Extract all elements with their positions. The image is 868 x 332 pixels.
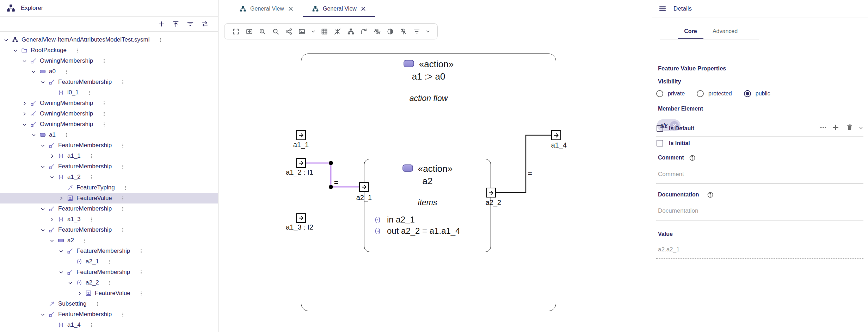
tree-item-featuremembership[interactable]: FeatureMembership: [0, 246, 218, 256]
synchronize-selection-button[interactable]: [201, 20, 209, 28]
chevron-right-icon[interactable]: [20, 109, 29, 118]
member-element-more-button[interactable]: [819, 124, 827, 131]
item-menu-kebab-icon[interactable]: [101, 101, 107, 106]
fit-to-screen-button[interactable]: [242, 24, 256, 38]
details-tab-core[interactable]: Core: [678, 23, 703, 39]
radio-private[interactable]: [656, 90, 663, 97]
item-menu-kebab-icon[interactable]: [88, 322, 95, 328]
chevron-right-icon[interactable]: [75, 289, 84, 298]
tree-item-featuremembership[interactable]: FeatureMembership: [0, 77, 218, 87]
tree-item-generalview-itemandattributesmodeltest-sysml[interactable]: GeneralView-ItemAndAttributesModelTest.s…: [0, 35, 218, 45]
tree-item-featurevalue[interactable]: FeatureValue: [0, 193, 218, 203]
diagram-canvas[interactable]: «action» a1 :> a0 action flow «action» a…: [219, 0, 652, 332]
port-a1_4[interactable]: [551, 130, 561, 140]
snap-to-grid-button[interactable]: [331, 24, 344, 38]
chevron-down-icon[interactable]: [38, 162, 47, 171]
item-menu-kebab-icon[interactable]: [157, 37, 164, 43]
tree-item-owningmembership[interactable]: OwningMembership: [0, 108, 218, 119]
port-a1_2[interactable]: [296, 158, 306, 168]
item-menu-kebab-icon[interactable]: [82, 238, 88, 243]
item-menu-kebab-icon[interactable]: [74, 48, 81, 53]
port-a1_3[interactable]: [296, 213, 306, 223]
chevron-down-icon[interactable]: [47, 173, 56, 182]
zoom-in-button[interactable]: [256, 24, 269, 38]
value-input[interactable]: a2.a2_1: [658, 246, 679, 253]
item-menu-kebab-icon[interactable]: [107, 280, 113, 286]
chevron-down-icon[interactable]: [38, 310, 47, 319]
chevron-down-icon[interactable]: [11, 46, 20, 55]
chevron-right-icon[interactable]: [20, 99, 29, 108]
tree-item-subsetting[interactable]: Subsetting: [0, 299, 218, 309]
chevron-down-icon[interactable]: [47, 236, 56, 245]
filter-tree-button[interactable]: [186, 20, 195, 28]
action-node-a1-header[interactable]: «action» a1 :> a0: [301, 54, 556, 87]
radio-public[interactable]: [744, 90, 751, 97]
port-a2_1[interactable]: [359, 182, 369, 192]
fullscreen-button[interactable]: [229, 24, 242, 38]
close-tab-icon[interactable]: [288, 6, 294, 12]
chevron-down-icon[interactable]: [56, 246, 66, 256]
item-menu-kebab-icon[interactable]: [107, 259, 113, 264]
documentation-help-icon[interactable]: [707, 192, 714, 198]
tree-item-rootpackage[interactable]: RootPackage: [0, 45, 218, 56]
item-row[interactable]: in a2_1: [374, 215, 415, 225]
tree-item-a2-2[interactable]: a2_2: [0, 277, 218, 288]
tree-item-featuremembership[interactable]: FeatureMembership: [0, 225, 218, 235]
member-element-delete-button[interactable]: [845, 123, 854, 131]
tree-item-a1-3[interactable]: a1_3: [0, 214, 218, 225]
tree-item-featuremembership[interactable]: FeatureMembership: [0, 203, 218, 214]
item-menu-kebab-icon[interactable]: [94, 301, 100, 307]
export-menu-caret[interactable]: [309, 24, 318, 38]
toggle-grid-button[interactable]: [318, 24, 331, 38]
zoom-out-button[interactable]: [269, 24, 282, 38]
chevron-down-icon[interactable]: [38, 225, 47, 234]
checkbox-is-initial[interactable]: [657, 140, 663, 146]
tree-item-i0-1[interactable]: i0_1: [0, 87, 218, 98]
item-menu-kebab-icon[interactable]: [63, 132, 70, 138]
member-element-add-button[interactable]: [831, 123, 840, 132]
diagram-tab-1[interactable]: General View: [233, 0, 300, 17]
fade-elements-button[interactable]: [384, 24, 397, 38]
chevron-down-icon[interactable]: [29, 130, 38, 139]
tree-item-owningmembership[interactable]: OwningMembership: [0, 119, 218, 130]
chevron-right-icon[interactable]: [47, 151, 56, 161]
chevron-down-icon[interactable]: [29, 67, 38, 76]
tree-item-owningmembership[interactable]: OwningMembership: [0, 98, 218, 108]
tree-item-featuremembership[interactable]: FeatureMembership: [0, 267, 218, 277]
tree-item-a2-1[interactable]: a2_1: [0, 256, 218, 267]
port-a2_2[interactable]: [486, 188, 496, 198]
item-menu-kebab-icon[interactable]: [101, 58, 107, 64]
diagram-tab-2[interactable]: General View: [303, 0, 375, 17]
item-menu-kebab-icon[interactable]: [119, 312, 126, 317]
chevron-down-icon[interactable]: [38, 77, 47, 87]
chevron-right-icon[interactable]: [56, 194, 66, 203]
unpin-elements-button[interactable]: [397, 24, 410, 38]
chevron-right-icon[interactable]: [47, 215, 56, 224]
menu-icon[interactable]: [658, 5, 667, 13]
item-menu-kebab-icon[interactable]: [88, 175, 95, 180]
chevron-down-icon[interactable]: [20, 56, 29, 65]
more-tools-caret[interactable]: [423, 24, 432, 38]
tree-item-featuremembership[interactable]: FeatureMembership: [0, 309, 218, 320]
chevron-down-icon[interactable]: [20, 120, 29, 129]
item-row[interactable]: out a2_2 = a1.a1_4: [374, 226, 460, 236]
item-menu-kebab-icon[interactable]: [88, 217, 95, 222]
tree-item-a1[interactable]: a1: [0, 130, 218, 140]
radio-protected[interactable]: [697, 90, 704, 97]
tree-item-featurevalue[interactable]: FeatureValue: [0, 288, 218, 299]
item-menu-kebab-icon[interactable]: [138, 249, 144, 254]
item-menu-kebab-icon[interactable]: [63, 69, 70, 74]
item-menu-kebab-icon[interactable]: [101, 122, 107, 127]
reroute-edge-button[interactable]: [357, 24, 370, 38]
action-node-a2[interactable]: «action» a2 items in a2_1out a2_2 = a1.a…: [364, 159, 491, 252]
item-menu-kebab-icon[interactable]: [119, 80, 126, 85]
item-menu-kebab-icon[interactable]: [120, 196, 126, 201]
item-menu-kebab-icon[interactable]: [138, 291, 144, 296]
chevron-down-icon[interactable]: [66, 278, 75, 287]
details-tab-advanced[interactable]: Advanced: [703, 23, 747, 39]
tree-item-featuremembership[interactable]: FeatureMembership: [0, 140, 218, 151]
comment-help-icon[interactable]: [689, 155, 696, 161]
item-menu-kebab-icon[interactable]: [88, 154, 95, 159]
item-menu-kebab-icon[interactable]: [123, 185, 129, 190]
chevron-down-icon[interactable]: [56, 268, 66, 277]
